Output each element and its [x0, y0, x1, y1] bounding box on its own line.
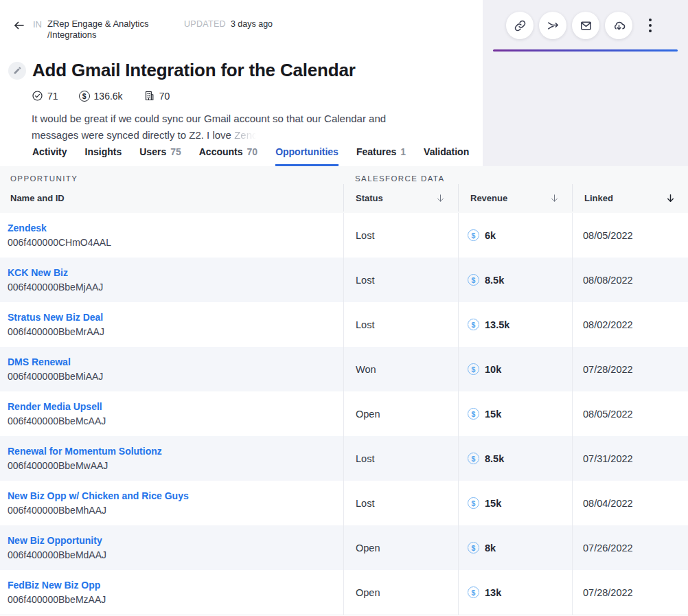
- stat-revenue-value: 136.6k: [94, 91, 123, 102]
- table-section-row: OPPORTUNITY SALESFORCE DATA: [0, 166, 688, 183]
- status-cell: Lost: [343, 302, 458, 347]
- opportunity-name-cell: FedBiz New Biz Opp 006f400000BbeMzAAJ: [0, 570, 343, 615]
- section-salesforce-data: SALESFORCE DATA: [343, 174, 688, 183]
- revenue-cell: $ 8.5k: [458, 258, 572, 302]
- opportunity-link[interactable]: DMS Renewal: [8, 356, 71, 367]
- merge-button[interactable]: [539, 12, 566, 39]
- updated-label: UPDATED: [184, 19, 226, 29]
- link-icon: [514, 19, 527, 32]
- status-cell: Lost: [343, 213, 458, 258]
- column-name-label: Name and ID: [10, 193, 65, 203]
- linked-date-cell: 08/02/2022: [572, 302, 688, 347]
- pencil-icon: [13, 66, 22, 75]
- kebab-dot: [649, 24, 652, 27]
- dollar-circle-icon: $: [468, 274, 479, 286]
- dollar-circle-icon: $: [468, 497, 479, 509]
- sort-arrow-down-icon: [549, 193, 560, 203]
- column-revenue-label: Revenue: [470, 193, 507, 203]
- revenue-cell: $ 10k: [458, 347, 572, 391]
- opportunities-table: Zendesk 006f400000CHmO4AAL Lost $ 6k 08/…: [0, 213, 688, 615]
- table-header: OPPORTUNITY SALESFORCE DATA Name and ID …: [0, 166, 688, 213]
- tab-features[interactable]: Features1: [356, 146, 406, 166]
- tab-users[interactable]: Users75: [139, 146, 181, 166]
- description-text: It would be great if we could sync our G…: [32, 113, 386, 141]
- opportunity-name-cell: KCK New Biz 006f400000BbeMjAAJ: [0, 258, 343, 302]
- linked-date-cell: 07/31/2022: [572, 436, 688, 481]
- column-revenue: Revenue: [458, 184, 572, 212]
- feature-detail-page: IN ZRep Engage & Analytics /Integrations…: [0, 0, 688, 616]
- dollar-circle-icon: $: [468, 319, 479, 330]
- opportunity-name-cell: Renewal for Momentum Solutionz 006f40000…: [0, 436, 343, 481]
- copy-link-button[interactable]: [506, 12, 534, 39]
- opportunity-link[interactable]: Render Media Upsell: [8, 401, 102, 412]
- opportunity-name-cell: Zendesk 006f400000CHmO4AAL: [0, 213, 343, 258]
- opportunity-link[interactable]: FedBiz New Biz Opp: [8, 580, 100, 591]
- tab-validation[interactable]: Validation: [424, 146, 469, 166]
- tab-activity[interactable]: Activity: [32, 146, 67, 166]
- table-row: Renewal for Momentum Solutionz 006f40000…: [0, 436, 688, 481]
- revenue-cell: $ 8k: [458, 525, 572, 570]
- revenue-value: 6k: [485, 230, 496, 241]
- actions-panel: [483, 0, 688, 166]
- table-column-headers: Name and ID Status Revenue Linked: [0, 184, 688, 212]
- tab-accounts[interactable]: Accounts70: [199, 146, 257, 166]
- revenue-cell: $ 15k: [458, 481, 572, 525]
- dollar-circle-icon: $: [468, 542, 479, 554]
- opportunity-link[interactable]: New Biz Opportunity: [8, 535, 102, 546]
- email-button[interactable]: [572, 12, 599, 39]
- dollar-circle-icon: $: [468, 408, 479, 420]
- linked-date-cell: 07/26/2022: [572, 525, 688, 570]
- opportunity-link[interactable]: Zendesk: [8, 223, 47, 233]
- sort-linked-button[interactable]: [665, 193, 676, 203]
- opportunity-id: 006f400000BbeMrAAJ: [8, 326, 343, 337]
- opportunity-id: 006f400000BbeMhAAJ: [8, 505, 343, 516]
- column-linked: Linked: [572, 184, 688, 212]
- opportunity-id: 006f400000BbeMdAAJ: [8, 549, 343, 560]
- opportunity-link[interactable]: Stratus New Biz Deal: [8, 312, 103, 323]
- revenue-value: 8.5k: [485, 275, 504, 286]
- breadcrumb-prefix: IN: [33, 19, 42, 30]
- kebab-dot: [649, 19, 652, 21]
- status-cell: Won: [343, 347, 458, 391]
- status-cell: Lost: [343, 436, 458, 481]
- building-icon: [144, 90, 155, 102]
- merge-icon: [547, 19, 560, 32]
- dollar-circle-icon: $: [468, 586, 479, 598]
- dollar-circle-icon: $: [79, 91, 90, 102]
- opportunity-link[interactable]: New Biz Opp w/ Chicken and Rice Guys: [8, 490, 189, 501]
- opportunity-name-cell: New Biz Opportunity 006f400000BbeMdAAJ: [0, 525, 343, 570]
- breadcrumb-line1: ZRep Engage & Analytics: [47, 19, 148, 30]
- opportunity-id: 006f400000BbeMcAAJ: [8, 415, 343, 426]
- edit-title-button[interactable]: [8, 62, 26, 80]
- tab-users-count: 75: [170, 146, 181, 157]
- table-row: New Biz Opp w/ Chicken and Rice Guys 006…: [0, 481, 688, 525]
- column-status: Status: [343, 184, 458, 212]
- tab-opportunities[interactable]: Opportunities: [275, 146, 339, 166]
- sort-status-button[interactable]: [435, 193, 446, 203]
- cloud-push-button[interactable]: [605, 12, 632, 39]
- sort-revenue-button[interactable]: [549, 193, 560, 203]
- description-fade-text: Zend: [234, 129, 257, 141]
- revenue-value: 10k: [485, 364, 501, 375]
- kebab-dot: [649, 30, 652, 32]
- breadcrumb-path[interactable]: ZRep Engage & Analytics /Integrations: [47, 19, 148, 41]
- opportunity-name-cell: Render Media Upsell 006f400000BbeMcAAJ: [0, 391, 343, 436]
- status-cell: Lost: [343, 258, 458, 302]
- opportunity-id: 006f400000BbeMjAAJ: [8, 282, 343, 293]
- tab-insights[interactable]: Insights: [85, 146, 122, 166]
- dollar-circle-icon: $: [468, 453, 479, 464]
- revenue-value: 13.5k: [485, 319, 509, 330]
- mail-icon: [580, 19, 593, 32]
- linked-date-cell: 08/05/2022: [572, 391, 688, 436]
- column-name-and-id: Name and ID: [0, 184, 343, 212]
- opportunity-link[interactable]: KCK New Biz: [8, 267, 68, 278]
- back-button[interactable]: [12, 19, 27, 33]
- updated-value: 3 days ago: [231, 19, 273, 29]
- revenue-value: 8k: [485, 543, 496, 554]
- table-row: Stratus New Biz Deal 006f400000BbeMrAAJ …: [0, 302, 688, 347]
- linked-date-cell: 07/28/2022: [572, 570, 688, 615]
- feature-description: It would be great if we could sync our G…: [32, 111, 416, 144]
- opportunity-link[interactable]: Renewal for Momentum Solutionz: [8, 446, 162, 457]
- linked-date-cell: 08/08/2022: [572, 258, 688, 302]
- more-options-button[interactable]: [646, 16, 654, 35]
